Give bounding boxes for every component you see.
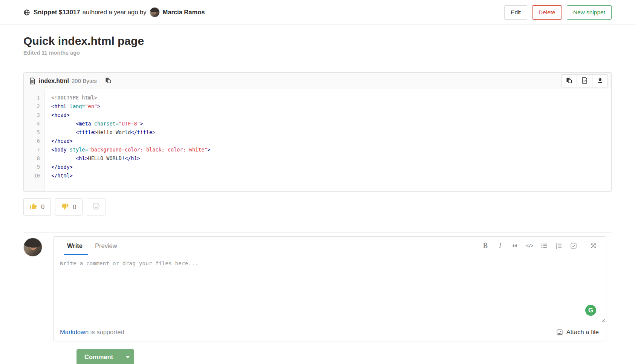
comment-options-button[interactable] <box>121 349 134 364</box>
copy-file-path-button[interactable] <box>104 76 113 86</box>
tab-write[interactable]: Write <box>67 237 83 255</box>
bullet-list-icon[interactable] <box>541 242 548 249</box>
thumbs-down-count: 0 <box>73 203 76 211</box>
fullscreen-icon[interactable] <box>590 242 597 249</box>
current-user-avatar <box>23 238 42 257</box>
markdown-suffix: is supported <box>89 329 124 335</box>
code-icon[interactable]: </> <box>526 242 533 249</box>
copy-contents-button[interactable] <box>561 74 577 87</box>
delete-button[interactable]: Delete <box>532 5 562 20</box>
code-line: <head> <box>51 111 611 119</box>
file-name[interactable]: index.html <box>39 78 69 84</box>
file-header: index.html 200 Bytes </> <box>24 73 611 89</box>
author-avatar[interactable] <box>150 7 160 17</box>
quote-icon[interactable] <box>511 242 518 249</box>
section-divider <box>23 232 612 233</box>
copy-icon <box>105 77 111 85</box>
edited-timestamp: Edited 11 months ago <box>23 50 612 56</box>
task-list-icon[interactable] <box>570 242 577 249</box>
comment-form: Write Preview B I </> 123 <box>23 236 612 341</box>
globe-icon <box>23 9 30 16</box>
thumbs-down-button[interactable]: 0 <box>55 198 83 216</box>
file-size: 200 Bytes <box>72 78 97 84</box>
file-actions: </> <box>561 74 609 87</box>
thumbs-up-button[interactable]: 0 <box>23 198 51 216</box>
comment-actions: Comment <box>77 349 612 364</box>
comment-box: Write Preview B I </> 123 <box>53 236 606 341</box>
line-number[interactable]: 9 <box>24 163 40 171</box>
download-button[interactable] <box>592 74 608 87</box>
svg-text:3: 3 <box>556 247 557 249</box>
snippet-actions: Edit Delete New snippet <box>504 5 612 20</box>
snippet-id: Snippet $13017 <box>34 9 80 16</box>
top-bar: Snippet $13017 authored a year ago by Ma… <box>0 0 635 25</box>
code-line: </html> <box>51 171 611 180</box>
markdown-toolbar: B I </> 123 <box>482 242 597 249</box>
line-number[interactable]: 7 <box>24 145 40 154</box>
line-number[interactable]: 4 <box>24 119 40 128</box>
document-icon <box>29 78 35 84</box>
numbered-list-icon[interactable]: 123 <box>555 242 562 249</box>
copy-contents-icon <box>566 77 572 85</box>
comment-box-footer: Markdown is supported Attach a file <box>54 323 606 341</box>
svg-text:</>: </> <box>583 80 588 83</box>
code-viewer: 12345678910 <!DOCTYPE html><html lang="e… <box>24 89 611 191</box>
code-line: <!DOCTYPE html> <box>51 93 611 102</box>
line-number[interactable]: 1 <box>24 93 40 102</box>
comment-textarea[interactable] <box>54 255 606 323</box>
line-number[interactable]: 10 <box>24 171 40 180</box>
code-line: <meta charset="UTF-8"> <box>51 119 611 128</box>
line-number[interactable]: 2 <box>24 102 40 111</box>
thumbs-up-count: 0 <box>41 203 44 211</box>
code-line: </body> <box>51 163 611 171</box>
line-number[interactable]: 5 <box>24 128 40 137</box>
markdown-note: Markdown is supported <box>60 329 124 336</box>
grammarly-icon[interactable]: G <box>585 305 596 316</box>
bold-icon[interactable]: B <box>482 242 489 249</box>
file-card: index.html 200 Bytes </> <box>23 72 612 192</box>
new-snippet-button[interactable]: New snippet <box>567 5 612 20</box>
attach-file-button[interactable]: Attach a file <box>556 329 599 336</box>
resize-handle-icon[interactable] <box>601 318 605 323</box>
code-lines: <!DOCTYPE html><html lang="en"><head> <m… <box>45 89 611 191</box>
open-raw-button[interactable]: </> <box>577 74 592 87</box>
italic-icon[interactable]: I <box>497 242 503 249</box>
author-name[interactable]: Marcia Ramos <box>163 9 205 16</box>
open-raw-icon: </> <box>582 77 588 85</box>
code-line: <html lang="en"> <box>51 102 611 111</box>
attach-file-label: Attach a file <box>566 329 599 336</box>
comment-body: G <box>54 255 606 323</box>
code-line: <body style="background-color: black; co… <box>51 145 611 154</box>
chevron-down-icon <box>126 356 130 358</box>
comment-split-button: Comment <box>77 349 134 364</box>
line-number[interactable]: 6 <box>24 137 40 145</box>
add-reaction-button[interactable] <box>87 198 106 216</box>
edit-button[interactable]: Edit <box>504 5 527 20</box>
code-line: <h1>HELLO WORLD!</h1> <box>51 154 611 163</box>
page-title: Quick index.html page <box>23 35 612 47</box>
thumbs-up-icon <box>30 203 37 211</box>
code-line: <title>Hello World</title> <box>51 128 611 137</box>
authored-text: authored a year ago by <box>83 9 147 16</box>
comment-box-header: Write Preview B I </> 123 <box>54 237 606 255</box>
thumbs-down-icon <box>61 203 69 211</box>
download-icon <box>597 77 603 85</box>
line-numbers: 12345678910 <box>24 89 45 191</box>
line-number[interactable]: 3 <box>24 111 40 119</box>
code-line: </head> <box>51 137 611 145</box>
tab-preview[interactable]: Preview <box>95 237 117 255</box>
comment-button[interactable]: Comment <box>77 349 121 364</box>
line-number[interactable]: 8 <box>24 154 40 163</box>
smiley-icon <box>92 202 100 212</box>
award-emoji-bar: 0 0 <box>23 198 612 216</box>
markdown-link[interactable]: Markdown <box>60 329 89 335</box>
attach-image-icon <box>556 329 563 336</box>
